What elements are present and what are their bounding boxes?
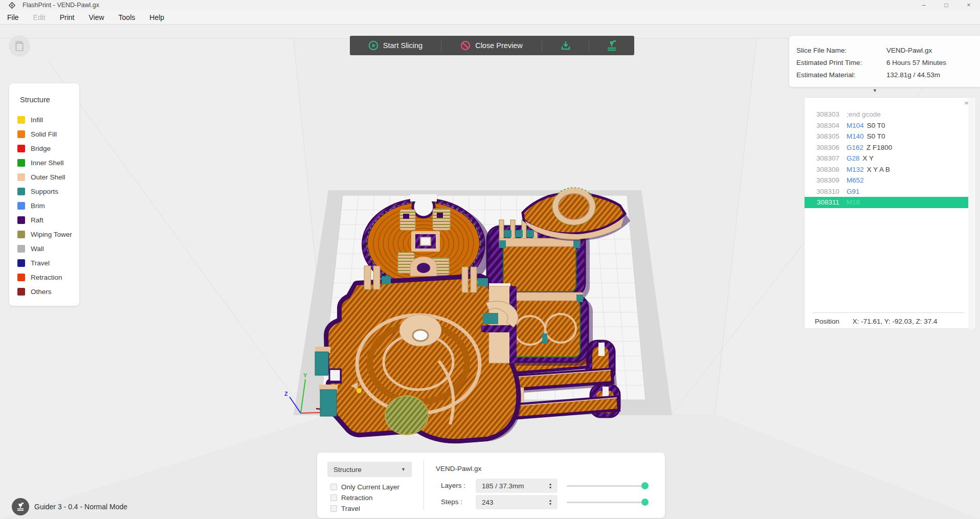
checkbox[interactable] xyxy=(330,505,337,512)
legend-item: Wall xyxy=(9,241,79,256)
preview-control-panel: Structure ▼ Only Current LayerRetraction… xyxy=(317,453,665,518)
close-preview-label: Close Preview xyxy=(475,41,523,50)
restore-button[interactable]: □ xyxy=(935,0,957,10)
layers-spinner[interactable]: 185 / 37.3mm ▲▼ xyxy=(476,479,558,493)
collapse-info-icon[interactable]: ▼ xyxy=(873,88,877,93)
slider-knob[interactable] xyxy=(641,499,649,506)
gcode-line[interactable]: 308307G28X Y xyxy=(805,153,969,164)
legend-item: Others xyxy=(9,284,79,299)
structure-legend-panel: Structure InfillSolid FillBridgeInner Sh… xyxy=(9,83,79,306)
checkbox[interactable] xyxy=(330,494,337,501)
legend-label: Wiping Tower xyxy=(31,231,72,238)
menu-item-view[interactable]: View xyxy=(81,10,111,25)
close-preview-button[interactable]: Close Preview xyxy=(441,36,542,55)
print-time-label: Estimated Print Time: xyxy=(796,59,886,66)
menu-item-file[interactable]: File xyxy=(0,10,26,25)
legend-label: Infill xyxy=(31,116,43,124)
file-list-button[interactable] xyxy=(9,35,30,57)
minimize-button[interactable]: – xyxy=(912,0,935,10)
expand-panel-icon[interactable]: » xyxy=(965,99,968,106)
extruder-icon xyxy=(16,502,25,511)
legend-item: Travel xyxy=(9,256,79,270)
document-icon xyxy=(14,40,25,52)
menu-item-print[interactable]: Print xyxy=(53,10,82,25)
legend-swatch xyxy=(17,274,25,281)
checkbox-row-only-current-layer[interactable]: Only Current Layer xyxy=(330,482,399,492)
legend-swatch xyxy=(17,188,25,195)
slider-track xyxy=(567,485,648,487)
legend-swatch xyxy=(17,288,25,296)
download-icon xyxy=(560,40,571,51)
checkbox-row-retraction[interactable]: Retraction xyxy=(330,492,399,503)
legend-swatch xyxy=(17,173,25,181)
view-mode-dropdown[interactable]: Structure ▼ xyxy=(327,462,412,477)
material-value: 132.81g / 44.53m xyxy=(886,71,940,79)
legend-label: Supports xyxy=(31,188,58,195)
gcode-line[interactable]: 308310G91 xyxy=(805,186,969,197)
legend-item: Raft xyxy=(9,213,79,227)
checkbox[interactable] xyxy=(330,484,337,490)
export-gcode-button[interactable] xyxy=(542,36,589,55)
position-readout: Position X: -71.61, Y: -92.03, Z: 37.4 xyxy=(815,318,937,325)
legend-label: Retraction xyxy=(31,274,62,281)
menu-item-tools[interactable]: Tools xyxy=(112,10,143,25)
spin-up-icon[interactable]: ▲ xyxy=(549,482,552,486)
legend-label: Outer Shell xyxy=(31,173,65,181)
steps-slider[interactable] xyxy=(567,499,648,506)
legend-item: Inner Shell xyxy=(9,155,79,170)
legend-title: Structure xyxy=(20,96,79,104)
legend-label: Inner Shell xyxy=(31,159,64,167)
steps-value: 243 xyxy=(482,499,545,506)
gcode-scrollbar[interactable] xyxy=(968,98,975,329)
legend-item: Solid Fill xyxy=(9,127,79,141)
legend-label: Others xyxy=(31,288,52,296)
prohibit-icon xyxy=(460,40,471,51)
spin-down-icon[interactable]: ▼ xyxy=(549,502,552,506)
legend-label: Raft xyxy=(31,216,43,224)
gcode-line[interactable]: 308304M104S0 T0 xyxy=(805,120,969,131)
gcode-panel: » 308303;end gcode308304M104S0 T0308305M… xyxy=(804,97,976,329)
gcode-line[interactable]: 308311M18 xyxy=(805,197,969,208)
gcode-line[interactable]: 308303;end gcode xyxy=(805,109,969,120)
layers-slider[interactable] xyxy=(567,482,648,489)
legend-swatch xyxy=(17,116,25,124)
gcode-line[interactable]: 308308M132X Y A B xyxy=(805,164,969,175)
position-value: X: -71.61, Y: -92.03, Z: 37.4 xyxy=(853,318,938,325)
gcode-line[interactable]: 308309M652 xyxy=(805,175,969,186)
gcode-line-list: 308303;end gcode308304M104S0 T0308305M14… xyxy=(805,109,969,208)
start-slicing-button[interactable]: Start Slicing xyxy=(350,36,441,55)
gcode-line[interactable]: 308305M140S0 T0 xyxy=(805,131,969,142)
window-title: FlashPrint - VEND-Pawl.gx xyxy=(23,2,99,9)
position-label: Position xyxy=(815,318,839,325)
machine-icon-circle xyxy=(12,498,29,515)
spin-up-icon[interactable]: ▲ xyxy=(549,499,552,502)
legend-swatch xyxy=(17,159,25,167)
start-slicing-label: Start Slicing xyxy=(383,41,422,50)
slider-knob[interactable] xyxy=(641,482,649,489)
preview-toolbar: Start Slicing Close Preview xyxy=(350,36,634,55)
slice-file-name-value: VEND-Pawl.gx xyxy=(886,47,932,54)
print-time-value: 6 Hours 57 Minutes xyxy=(886,59,946,66)
legend-swatch xyxy=(17,130,25,138)
machine-status[interactable]: Guider 3 - 0.4 - Normal Mode xyxy=(12,498,127,515)
steps-label: Steps : xyxy=(441,498,462,506)
chevron-down-icon: ▼ xyxy=(401,467,406,472)
send-to-printer-button[interactable] xyxy=(589,36,634,55)
title-bar: FlashPrint - VEND-Pawl.gx – □ × xyxy=(0,0,980,10)
legend-swatch xyxy=(17,202,25,210)
steps-spinner[interactable]: 243 ▲▼ xyxy=(476,495,558,509)
legend-label: Solid Fill xyxy=(31,130,57,138)
machine-status-text: Guider 3 - 0.4 - Normal Mode xyxy=(34,503,127,511)
spin-down-icon[interactable]: ▼ xyxy=(549,486,552,489)
legend-swatch xyxy=(17,259,25,267)
checkbox-label: Retraction xyxy=(341,494,373,502)
material-label: Estimated Material: xyxy=(796,71,886,79)
gcode-line[interactable]: 308306G162Z F1800 xyxy=(805,142,969,153)
checkbox-row-travel[interactable]: Travel xyxy=(330,503,399,514)
close-button[interactable]: × xyxy=(957,0,980,10)
layers-value: 185 / 37.3mm xyxy=(482,482,545,490)
legend-item: Retraction xyxy=(9,270,79,284)
axis-z-label: Z xyxy=(284,391,288,397)
menu-item-help[interactable]: Help xyxy=(142,10,171,25)
checkbox-label: Only Current Layer xyxy=(341,483,399,491)
